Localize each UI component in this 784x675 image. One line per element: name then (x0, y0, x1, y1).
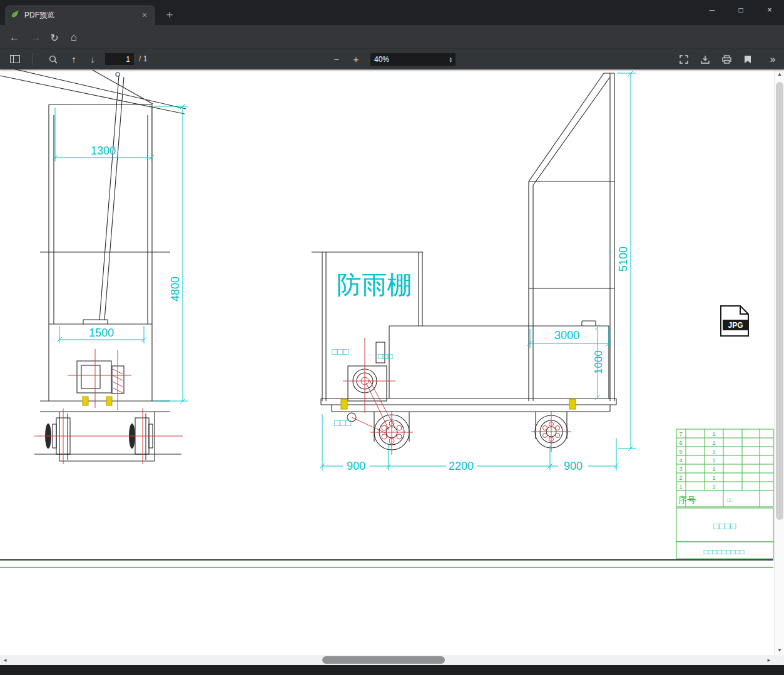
cad-side-view: 防雨棚 □□□ □□□ □□□ 3000 1000 5100 900 2200 … (312, 71, 636, 472)
title-block-row-number: 4 (679, 457, 682, 464)
toolbar-divider (33, 53, 33, 65)
title-block-row-number: 5 (679, 449, 682, 455)
zoom-value: 40% (374, 55, 389, 64)
page-count-label: / 1 (139, 54, 147, 63)
zoom-in-icon[interactable]: + (349, 49, 364, 69)
title-block-row-qty: 1 (712, 449, 715, 455)
toolbar-overflow-icon[interactable]: » (765, 49, 781, 69)
title-block-row-qty: 1 (712, 475, 715, 481)
browser-tab[interactable]: PDF预览 × (5, 5, 155, 25)
title-block-col-c-header: □□ (727, 497, 733, 503)
vertical-scrollbar[interactable]: ▲ ▼ (774, 69, 784, 655)
cad-glyphs-c: □□□ (334, 417, 351, 428)
scroll-down-icon[interactable]: ▼ (775, 647, 784, 653)
tab-close-icon[interactable]: × (139, 10, 150, 20)
dim-wheelbase-left: 900 (347, 460, 365, 472)
zoom-select[interactable]: 40% ▴▾ (370, 53, 456, 66)
maximize-button[interactable]: □ (726, 0, 755, 20)
horizontal-scroll-thumb[interactable] (322, 656, 445, 664)
title-block-box-text: □□□□ (713, 520, 736, 531)
tab-favicon-leaf-icon (10, 9, 19, 21)
home-icon[interactable]: ⌂ (66, 29, 82, 46)
cad-glyphs-a: □□□ (332, 346, 349, 357)
dim-front-top-width: 1300 (91, 145, 116, 157)
page-number-input[interactable] (105, 53, 134, 65)
scroll-left-icon[interactable]: ◄ (0, 657, 10, 663)
navigation-bar: ← → ↻ ⌂ ⓘ localhost:8012/onlinePreview?u… (0, 25, 784, 49)
forward-icon[interactable]: → (28, 29, 44, 46)
title-block-row-qty: 1 (712, 431, 715, 437)
dim-tank-height: 1000 (593, 350, 604, 374)
reload-icon[interactable]: ↻ (46, 29, 63, 46)
title-block-row-qty: 1 (712, 466, 715, 472)
title-block-col-b-header: □□ (690, 497, 696, 503)
cad-glyphs-b: □□□ (378, 352, 393, 361)
jpg-badge-label: JPG (728, 321, 743, 330)
cad-drawing: 1300 4800 1500 防雨棚 □□□ □□□ (0, 69, 774, 655)
title-block-footer-text: □□□□□□□□□ (703, 547, 744, 556)
jpg-file-icon: JPG (721, 306, 748, 336)
title-block-row-qty: 1 (712, 457, 715, 464)
title-block-row-qty: 1 (712, 484, 715, 490)
title-block-row-number: 2 (679, 475, 682, 481)
dim-wheelbase-right: 900 (564, 460, 583, 472)
previous-page-icon[interactable]: ↑ (66, 49, 81, 69)
rain-shelter-label: 防雨棚 (337, 271, 412, 298)
pdf-viewport[interactable]: 1300 4800 1500 防雨棚 □□□ □□□ (0, 69, 774, 655)
dim-tank-width: 3000 (554, 329, 579, 342)
download-icon[interactable] (697, 49, 713, 69)
bookmark-icon[interactable] (740, 49, 756, 69)
cad-title-block: 7 6 5 4 3 2 1 1 1 1 1 1 1 1 序号 □□ □□ □□□… (676, 429, 773, 559)
vertical-scroll-thumb[interactable] (776, 82, 783, 520)
minimize-button[interactable]: ─ (698, 0, 726, 20)
title-block-row-number: 1 (679, 484, 682, 490)
sidebar-toggle-icon[interactable] (6, 49, 24, 69)
scrollbar-corner (774, 655, 784, 665)
close-button[interactable]: × (755, 0, 784, 20)
print-icon[interactable] (718, 49, 735, 69)
dim-wheelbase-mid: 2200 (449, 460, 474, 472)
new-tab-button[interactable]: + (161, 7, 178, 23)
title-block-row-qty: 1 (712, 440, 715, 446)
tab-title: PDF预览 (24, 10, 139, 21)
dim-side-height: 5100 (617, 246, 629, 272)
title-block-row-number: 6 (679, 440, 682, 446)
title-block-row-number: 3 (679, 466, 682, 472)
fullscreen-icon[interactable] (676, 49, 692, 69)
window-controls: ─ □ × (698, 0, 784, 20)
scroll-right-icon[interactable]: ► (764, 657, 774, 663)
back-icon[interactable]: ← (6, 29, 23, 46)
next-page-icon[interactable]: ↓ (85, 49, 100, 69)
search-icon[interactable] (45, 49, 61, 69)
select-caret-icon: ▴▾ (449, 56, 452, 63)
dim-front-mid-width: 1500 (89, 327, 114, 339)
scroll-up-icon[interactable]: ▲ (775, 71, 784, 77)
zoom-out-icon[interactable]: − (329, 49, 344, 69)
cad-front-view: 1300 4800 1500 (0, 69, 188, 464)
window-bottom-edge (0, 665, 784, 675)
tab-strip: PDF预览 × + ─ □ × (0, 0, 784, 25)
pdf-toolbar: ↑ ↓ / 1 − + 40% ▴▾ » (0, 49, 784, 69)
dim-front-height: 4800 (169, 277, 181, 302)
title-block-row-number: 7 (679, 431, 682, 437)
horizontal-scrollbar[interactable]: ◄ ► (0, 655, 774, 665)
